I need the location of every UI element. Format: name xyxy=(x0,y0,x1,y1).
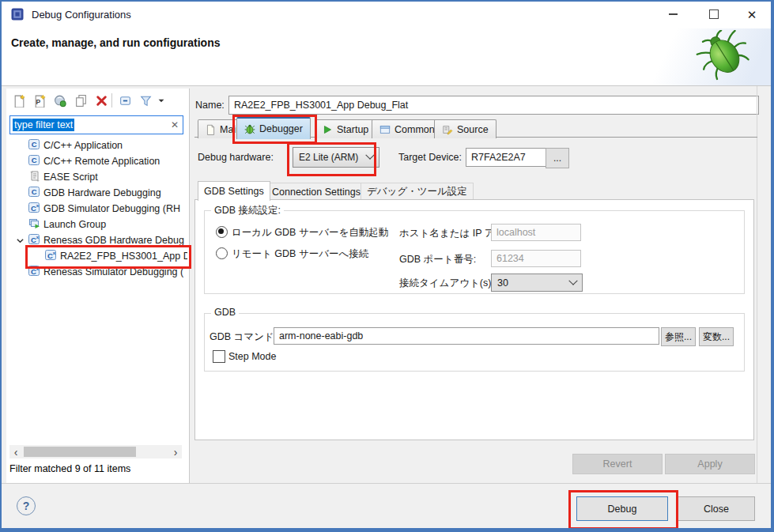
chevron-down-icon xyxy=(568,276,577,285)
delete-button[interactable] xyxy=(92,92,111,109)
collapse-all-icon xyxy=(119,94,132,108)
name-input[interactable]: RA2E2_FPB_HS3001_App Debug_Flat xyxy=(228,96,759,115)
tree-item-ease-script[interactable]: EASE Script xyxy=(6,169,187,185)
tab-debug-tool-settings[interactable]: デバッグ・ツール設定 xyxy=(361,183,474,201)
toolbar-menu-button[interactable] xyxy=(155,92,168,109)
clear-filter-icon[interactable]: ✕ xyxy=(171,119,179,130)
scroll-right-icon[interactable]: › xyxy=(169,445,182,458)
export-configuration-button[interactable] xyxy=(51,92,70,109)
tab-startup[interactable]: Startup xyxy=(315,119,376,138)
maximize-icon xyxy=(709,9,719,19)
tree-horizontal-scrollbar[interactable]: ‹ › xyxy=(9,445,182,458)
c-application-icon: C xyxy=(28,138,40,153)
tab-connection-settings[interactable]: Connection Settings xyxy=(266,183,367,201)
gdb-group: GDB GDB コマンド: arm-none-eabi-gdb 参照... 変数… xyxy=(204,313,745,372)
maximize-button[interactable] xyxy=(697,3,731,25)
radio-local-gdb-label[interactable]: ローカル GDB サーバーを自動起動 xyxy=(232,226,388,240)
debug-button[interactable]: Debug xyxy=(576,496,668,521)
svg-text:C: C xyxy=(32,187,37,196)
launch-group-icon xyxy=(28,217,40,232)
radio-local-gdb-server[interactable] xyxy=(216,226,228,238)
source-icon xyxy=(442,124,453,135)
tree-item-ra2e2-config[interactable]: Cx RA2E2_FPB_HS3001_App De xyxy=(6,248,187,264)
gdb-command-label: GDB コマンド: xyxy=(210,330,277,344)
c-star-icon: Cx xyxy=(28,265,40,279)
bug-icon xyxy=(244,123,255,134)
bug-image-icon xyxy=(694,30,756,86)
close-icon: ✕ xyxy=(747,9,757,21)
app-chip-icon xyxy=(10,7,25,24)
gdb-variables-button[interactable]: 変数... xyxy=(699,327,734,346)
step-mode-label[interactable]: Step Mode xyxy=(228,351,276,362)
tab-gdb-settings[interactable]: GDB Settings xyxy=(198,181,270,201)
help-button[interactable]: ? xyxy=(17,496,36,515)
menu-caret-icon xyxy=(157,96,166,105)
scrollbar-thumb[interactable] xyxy=(24,447,136,457)
c-star-icon: Cx xyxy=(28,233,40,247)
tree-item-launch-group[interactable]: Launch Group xyxy=(6,217,187,232)
export-configuration-icon xyxy=(54,94,67,108)
c-star-icon: Cx xyxy=(45,249,57,263)
expander-chevron-icon[interactable] xyxy=(16,236,25,247)
target-device-label: Target Device: xyxy=(398,152,462,163)
radio-remote-gdb-server[interactable] xyxy=(216,247,228,259)
gdb-connection-group-title: GDB 接続設定: xyxy=(211,204,284,217)
gdb-command-input[interactable]: arm-none-eabi-gdb xyxy=(274,327,659,345)
tree-item-cpp-remote[interactable]: C C/C++ Remote Application xyxy=(6,153,187,169)
footer-separator xyxy=(0,483,774,484)
new-prototype-icon: P xyxy=(33,94,47,108)
gdb-port-label: GDB ポート番号: xyxy=(399,253,476,266)
tree-item-renesas-simulator[interactable]: Cx Renesas Simulator Debugging ( xyxy=(6,264,187,280)
svg-text:P: P xyxy=(36,97,40,105)
svg-text:C: C xyxy=(32,140,37,149)
tree-item-gdb-simulator[interactable]: Cx GDB Simulator Debugging (RH xyxy=(6,201,187,217)
play-icon xyxy=(323,124,333,135)
window-title: Debug Configurations xyxy=(32,9,131,21)
svg-text:C: C xyxy=(32,156,37,164)
apply-button[interactable]: Apply xyxy=(665,454,755,474)
delete-icon xyxy=(95,94,108,108)
c-star-icon: Cx xyxy=(28,202,40,216)
titlebar: Debug Configurations ✕ xyxy=(0,0,774,28)
tree-item-gdb-hardware[interactable]: C GDB Hardware Debugging xyxy=(6,185,187,201)
step-mode-checkbox[interactable] xyxy=(213,350,225,363)
gdb-browse-button[interactable]: 参照... xyxy=(661,327,696,346)
timeout-select[interactable]: 30 xyxy=(491,274,583,292)
new-configuration-button[interactable] xyxy=(9,92,28,109)
toolbar-separator xyxy=(111,93,112,108)
tab-source[interactable]: Source xyxy=(434,119,496,138)
new-prototype-button[interactable]: P xyxy=(30,92,49,109)
minimize-button[interactable] xyxy=(656,3,689,25)
filter-button[interactable] xyxy=(136,92,155,109)
radio-remote-gdb-label[interactable]: リモート GDB サーバーへ接続 xyxy=(232,247,368,261)
filter-icon xyxy=(139,94,153,108)
c-application-icon: C xyxy=(28,154,40,168)
close-button[interactable]: ✕ xyxy=(735,3,768,25)
name-label: Name: xyxy=(195,100,225,111)
tab-debugger[interactable]: Debugger xyxy=(236,117,311,139)
debug-hardware-select[interactable]: E2 Lite (ARM) xyxy=(293,147,379,168)
tab-common[interactable]: Common xyxy=(372,119,443,138)
filter-input[interactable]: type filter text ✕ xyxy=(9,115,183,134)
target-device-browse-button[interactable]: ... xyxy=(546,148,569,168)
close-dialog-button[interactable]: Close xyxy=(678,496,755,521)
gdb-connection-group: GDB 接続設定: ローカル GDB サーバーを自動起動 リモート GDB サー… xyxy=(204,210,745,294)
table-icon xyxy=(379,124,391,135)
gdb-group-title: GDB xyxy=(211,307,239,318)
panel-right-edge xyxy=(757,86,757,483)
chevron-down-icon xyxy=(365,151,374,160)
new-configuration-icon xyxy=(13,94,26,108)
scroll-left-icon[interactable]: ‹ xyxy=(9,445,22,458)
minimize-icon xyxy=(669,13,678,15)
tree-item-renesas-gdb-hardware[interactable]: Cx Renesas GDB Hardware Debug xyxy=(6,232,187,248)
revert-button[interactable]: Revert xyxy=(572,454,663,474)
banner-heading: Create, manage, and run configurations xyxy=(11,36,221,49)
duplicate-button[interactable] xyxy=(71,92,90,109)
host-input: localhost xyxy=(491,224,581,241)
target-device-input[interactable]: R7FA2E2A7 xyxy=(466,148,546,167)
duplicate-icon xyxy=(74,94,88,108)
collapse-all-button[interactable] xyxy=(115,92,134,109)
debug-configurations-window: Debug Configurations ✕ Create, manage, a… xyxy=(0,0,774,532)
tree-item-cpp-application[interactable]: C C/C++ Application xyxy=(6,138,187,153)
banner: Create, manage, and run configurations xyxy=(0,28,774,85)
